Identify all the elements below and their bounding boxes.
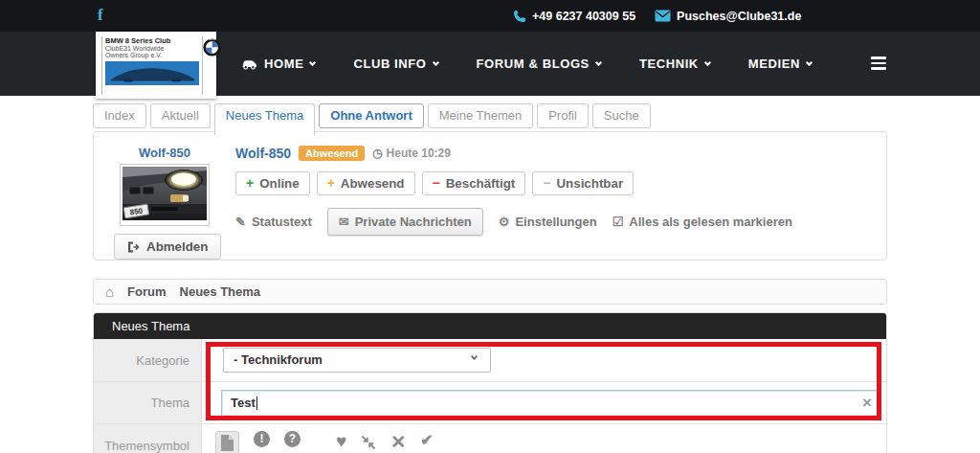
logo-line2: ClubE31 Worldwide <box>105 45 199 52</box>
tab-profil[interactable]: Profil <box>537 103 589 128</box>
nav-item-label: TECHNIK <box>639 57 699 71</box>
logo-line3: Owners Group e.V. <box>105 52 199 58</box>
topic-label: Thema <box>94 381 202 423</box>
chevron-down-icon <box>806 58 813 65</box>
settings-label: Einstellungen <box>515 215 596 229</box>
nav-item-label: MEDIEN <box>748 57 800 71</box>
tab-meine-themen[interactable]: Meine Themen <box>428 103 533 128</box>
car-icon <box>241 57 257 70</box>
form-title: Neues Thema <box>94 313 886 339</box>
compress-arrows-icon <box>361 435 376 450</box>
plus-icon: + <box>327 175 335 191</box>
clear-input-icon[interactable]: × <box>862 395 872 411</box>
avatar[interactable]: 850 <box>120 164 210 226</box>
plus-icon: + <box>246 175 254 191</box>
status-badge: Abwesend <box>299 146 365 161</box>
nav-item-club-info[interactable]: CLUB INFO <box>353 57 437 71</box>
topic-row: Thema Test × <box>94 381 886 423</box>
forum-tabs: Index Aktuell Neues Thema Ohne Antwort M… <box>93 103 887 128</box>
statustext-label: Statustext <box>252 215 312 229</box>
topic-title-value: Test <box>231 396 256 410</box>
facebook-icon[interactable]: f <box>98 6 103 25</box>
nav-item-label: FORUM & BLOGS <box>477 57 590 71</box>
topic-icon-exclamation[interactable]: ! <box>254 431 270 447</box>
status-away-button[interactable]: + Abwesend <box>317 171 415 195</box>
user-panel-left: Wolf-850 <box>94 132 235 260</box>
chevron-down-icon <box>433 58 439 65</box>
mark-all-read-link[interactable]: ☑ Alles als gelesen markieren <box>612 215 792 229</box>
nav-item-technik[interactable]: TECHNIK <box>639 57 710 71</box>
topic-title-input[interactable]: Test × <box>221 390 881 417</box>
new-topic-form: Neues Thema Kategorie - Technikforum The… <box>93 312 887 453</box>
tab-aktuell[interactable]: Aktuell <box>150 103 211 128</box>
check-square-icon: ☑ <box>612 215 624 229</box>
private-messages-label: Private Nachrichten <box>355 215 472 229</box>
topic-icon-label: Themensymbol <box>94 423 202 453</box>
nav-item-label: CLUB INFO <box>353 57 426 71</box>
document-icon <box>220 434 234 452</box>
chevron-down-icon <box>595 58 602 65</box>
envelope-icon <box>655 10 671 22</box>
statustext-link[interactable]: ✎ Statustext <box>235 215 312 229</box>
bmw-roundel-icon: BMW <box>203 36 221 95</box>
email-link[interactable]: Pusches@Clube31.de <box>655 10 801 23</box>
topic-icon-row: Themensymbol ! ? ♥ <box>94 423 886 453</box>
breadcrumb: ⌂ Forum Neues Thema <box>93 279 887 305</box>
status-label: Abwesend <box>341 176 405 191</box>
logo-car-silhouette-image <box>105 61 199 85</box>
last-seen-time: Heute 10:29 <box>387 147 451 160</box>
topic-icon-document[interactable] <box>215 431 239 453</box>
settings-link[interactable]: ⚙ Einstellungen <box>499 215 597 229</box>
topic-icon-heart[interactable]: ♥ <box>336 431 346 452</box>
text-caret <box>256 396 257 410</box>
status-online-button[interactable]: + Online <box>235 171 310 195</box>
logo-text-block: BMW 8 Series Club ClubE31 Worldwide Owne… <box>101 36 203 95</box>
status-label: Beschäftigt <box>446 176 516 191</box>
minus-icon: − <box>543 175 550 191</box>
tab-suche[interactable]: Suche <box>592 103 651 128</box>
status-invisible-button[interactable]: − Unsichtbar <box>532 171 634 195</box>
nav-item-home[interactable]: HOME <box>241 57 315 71</box>
logout-button[interactable]: Abmelden <box>114 234 221 260</box>
username-heading[interactable]: Wolf-850 <box>235 146 291 161</box>
club-logo[interactable]: BMW 8 Series Club ClubE31 Worldwide Owne… <box>96 32 216 99</box>
tab-ohne-antwort[interactable]: Ohne Antwort <box>319 103 423 128</box>
topic-icon-times[interactable]: ✕ <box>390 431 406 453</box>
topic-icon-check[interactable]: ✔ <box>420 431 433 449</box>
nav-item-forum-blogs[interactable]: FORUM & BLOGS <box>477 57 601 71</box>
clock-icon: ◷ <box>372 147 382 160</box>
logout-icon <box>127 241 140 253</box>
status-buttons: + Online + Abwesend − Beschäftigt − Unsi… <box>235 171 886 195</box>
category-selected-value: - Technikforum <box>234 352 323 367</box>
hamburger-menu-icon[interactable] <box>871 57 886 73</box>
email-address: Pusches@Clube31.de <box>677 10 801 23</box>
nav-menu: HOME CLUB INFO FORUM & BLOGS TECHNIK MED… <box>241 32 812 96</box>
topic-icon-question[interactable]: ? <box>284 431 301 447</box>
svg-text:BMW: BMW <box>210 38 216 41</box>
nav-item-medien[interactable]: MEDIEN <box>748 57 812 71</box>
category-label: Kategorie <box>94 339 202 381</box>
tab-index[interactable]: Index <box>93 103 146 128</box>
chevron-down-icon <box>309 58 316 65</box>
phone-link[interactable]: +49 6237 40309 55 <box>513 10 635 23</box>
user-panel: Wolf-850 <box>93 131 887 260</box>
mark-all-read-label: Alles als gelesen markieren <box>629 215 792 229</box>
status-busy-button[interactable]: − Beschäftigt <box>422 171 526 195</box>
private-messages-button[interactable]: ✉ Private Nachrichten <box>327 208 483 236</box>
user-actions: ✎ Statustext ✉ Private Nachrichten ⚙ Ein… <box>235 208 886 236</box>
chevron-down-icon <box>471 353 478 360</box>
envelope-icon: ✉ <box>339 215 349 229</box>
gear-icon: ⚙ <box>499 215 510 229</box>
tab-neues-thema[interactable]: Neues Thema <box>214 103 315 135</box>
phone-icon <box>513 10 526 23</box>
chevron-down-icon <box>704 58 711 65</box>
username-link[interactable]: Wolf-850 <box>139 146 190 160</box>
category-select[interactable]: - Technikforum <box>223 348 491 373</box>
last-seen: ◷ Heute 10:29 <box>372 147 451 160</box>
pencil-icon: ✎ <box>235 215 246 229</box>
logout-label: Abmelden <box>146 239 208 254</box>
category-row: Kategorie - Technikforum <box>94 339 886 381</box>
breadcrumb-forum[interactable]: Forum <box>127 284 166 299</box>
topic-icon-compress[interactable] <box>361 435 376 453</box>
user-panel-right: Wolf-850 Abwesend ◷ Heute 10:29 + Online… <box>235 132 886 260</box>
